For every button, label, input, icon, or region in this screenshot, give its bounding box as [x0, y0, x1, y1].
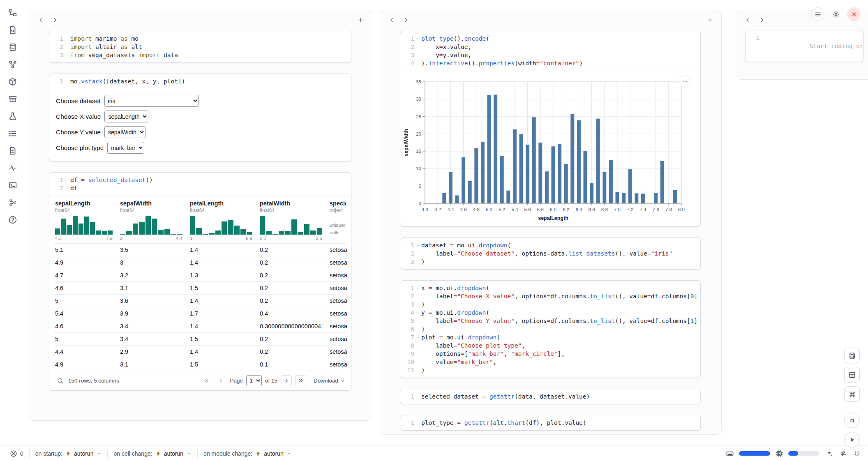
fold-toggle[interactable] [414, 284, 421, 292]
snippets-panel-button[interactable] [7, 196, 19, 209]
page-select[interactable]: 1 [246, 375, 262, 386]
cell-editor[interactable]: 1plot_type().encode(2 x=x.value,3 y=y.va… [400, 31, 700, 71]
svg-text:20: 20 [416, 131, 421, 136]
help-panel-button[interactable] [7, 214, 19, 226]
file-code-panel-button[interactable] [7, 24, 19, 36]
column-middle: 1plot_type().encode(2 x=x.value,3 y=y.va… [380, 10, 722, 435]
column-next-button[interactable] [756, 14, 767, 25]
table-search-button[interactable] [55, 376, 65, 386]
dropdown-label: Choose Y value [56, 129, 101, 136]
run-all-button[interactable] [844, 432, 860, 447]
fold-toggle[interactable] [414, 35, 421, 43]
lightning-icon [65, 451, 71, 456]
download-button[interactable]: Download [314, 378, 345, 384]
svg-text:6.0: 6.0 [550, 207, 556, 212]
next-page-button[interactable] [281, 375, 292, 386]
code-line: 1plot_type().encode( [400, 35, 695, 43]
table-cell: setosa [329, 320, 351, 332]
table-cell: 4.7 [54, 269, 119, 281]
archive-panel-button[interactable] [7, 93, 19, 105]
gutter-spacer [63, 184, 70, 192]
status-bar-right [726, 449, 861, 458]
table-cell: 0.2 [259, 295, 329, 307]
cell-editor[interactable]: 1df = selected_dataset()2df [49, 173, 351, 196]
line-number: 4 [400, 309, 414, 317]
first-page-button[interactable] [201, 375, 212, 386]
choose-dataset-select[interactable]: iris [104, 95, 199, 107]
notebook-menu-button[interactable] [811, 7, 824, 21]
shutdown-button[interactable] [847, 7, 861, 21]
flask-panel-button[interactable] [7, 110, 19, 122]
line-number: 7 [400, 333, 414, 341]
chart-options-button[interactable] [679, 75, 691, 88]
last-page-button[interactable] [295, 375, 306, 386]
tree-panel-button[interactable] [7, 7, 19, 19]
cell-editor[interactable]: 1import marimo as mo2import altair as al… [49, 31, 351, 62]
gutter-spacer [414, 258, 421, 266]
activity-panel-button[interactable] [7, 162, 19, 174]
code-line: 2df [49, 184, 346, 192]
search-icon [57, 377, 64, 384]
gutter-spacer [414, 317, 421, 325]
table-cell: 4.9 [54, 256, 119, 269]
column-prev-button[interactable] [386, 14, 397, 25]
fold-toggle[interactable] [414, 309, 421, 317]
panel-layout-button[interactable] [844, 367, 860, 383]
chevron-down-icon [286, 451, 292, 456]
chevron-right-icon [758, 16, 765, 23]
outline-panel-button[interactable] [7, 127, 19, 140]
run-mode-module-change-button[interactable]: on module change:autorun [200, 449, 295, 459]
cell-editor[interactable]: 1plot_type = getattr(alt.Chart(df), plot… [400, 415, 700, 430]
svg-text:4.6: 4.6 [460, 207, 467, 212]
fold-toggle[interactable] [414, 241, 421, 249]
gutter-spacer [63, 51, 70, 59]
package-panel-button[interactable] [7, 76, 19, 88]
new-cell-button[interactable] [704, 14, 716, 25]
line-number: 2 [49, 184, 63, 192]
gutter-spacer [414, 43, 421, 51]
errors-indicator[interactable]: 0 [7, 448, 27, 459]
power-button[interactable] [852, 449, 861, 458]
cell-editor[interactable]: 1x = mo.ui.dropdown(2 label="Choose X va… [400, 281, 700, 378]
dropdown-label: Choose plot type [56, 144, 104, 152]
svg-text:15: 15 [416, 149, 421, 154]
interrupt-button[interactable] [844, 413, 860, 428]
cell-editor[interactable]: 1mo.vstack([dataset, x, y, plot]) [49, 74, 351, 89]
run-mode-startup-button[interactable]: on startup:autorun [32, 449, 105, 459]
graph-panel-button[interactable] [7, 58, 19, 71]
scratch-cell: 1 Start coding or generate with [745, 30, 863, 62]
choose-x-value-select[interactable]: sepalLength [104, 111, 148, 122]
svg-text:5: 5 [419, 184, 421, 189]
console-panel-button[interactable] [7, 179, 19, 191]
gutter-spacer [414, 358, 421, 366]
line-number: 1 [400, 419, 414, 427]
svg-text:25: 25 [416, 114, 421, 119]
outline-icon [8, 129, 17, 138]
settings-button[interactable] [829, 7, 843, 21]
prev-page-button[interactable] [215, 375, 226, 386]
run-mode-cell-change-button[interactable]: on cell change:autorun [110, 449, 195, 459]
choose-y-value-select[interactable]: sepalWidth [104, 126, 145, 138]
swap-button[interactable] [838, 449, 847, 458]
svg-text:4.2: 4.2 [434, 207, 441, 212]
column-next-button[interactable] [49, 14, 60, 25]
choose-plot-type-select[interactable]: mark_bar [107, 142, 144, 154]
column-next-button[interactable] [400, 14, 411, 25]
new-cell-button[interactable] [355, 14, 366, 25]
cell-editor[interactable]: 1selected_dataset = getattr(data, datase… [400, 389, 700, 404]
save-notebook-button[interactable] [844, 348, 860, 363]
table-cell: 0.2 [259, 269, 329, 281]
scratch-editor[interactable]: 1 Start coding or generate with [746, 30, 863, 62]
document-panel-button[interactable] [7, 145, 19, 157]
table-cell: 3.9 [119, 307, 189, 320]
ai-sparkle-button[interactable] [824, 449, 833, 458]
table-row: 53.41.50.2setosa [54, 332, 346, 345]
database-panel-button[interactable] [7, 41, 19, 53]
line-number: 2 [400, 249, 414, 258]
status-bar: 0 on startup:autorunon cell change:autor… [0, 445, 868, 461]
fold-toggle[interactable] [414, 333, 421, 341]
column-prev-button[interactable] [742, 14, 753, 25]
column-prev-button[interactable] [35, 14, 46, 25]
keyboard-shortcuts-button[interactable] [844, 386, 860, 402]
cell-editor[interactable]: 1dataset = mo.ui.dropdown(2 label="Choos… [400, 238, 700, 269]
